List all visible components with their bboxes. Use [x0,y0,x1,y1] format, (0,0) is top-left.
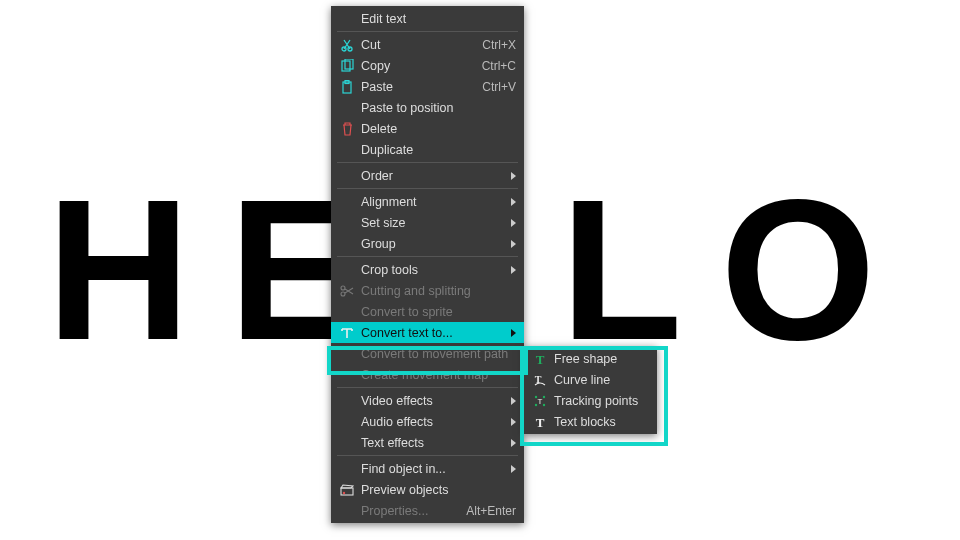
menu-text-effects[interactable]: Text effects [331,432,524,453]
menu-label: Convert to movement path [361,347,516,361]
menu-label: Crop tools [361,263,505,277]
menu-preview-objects[interactable]: Preview objects [331,479,524,500]
submenu-label: Text blocks [554,415,649,429]
svg-text:T: T [536,352,545,366]
menu-label: Text effects [361,436,505,450]
menu-label: Convert to sprite [361,305,516,319]
menu-label: Duplicate [361,143,516,157]
svg-point-7 [341,292,345,296]
menu-label: Group [361,237,505,251]
menu-label: Paste [361,80,474,94]
t-curve-icon: T [530,372,550,388]
menu-label: Video effects [361,394,505,408]
svg-point-15 [543,403,545,405]
menu-cutting-splitting: Cutting and splitting [331,280,524,301]
clapper-icon [337,482,357,498]
menu-convert-to-sprite: Convert to sprite [331,301,524,322]
menu-label: Cut [361,38,474,52]
trash-icon [337,121,357,137]
menu-label: Cutting and splitting [361,284,516,298]
menu-audio-effects[interactable]: Audio effects [331,411,524,432]
text-t-icon [337,325,357,341]
menu-convert-to-movement-path: Convert to movement path [331,343,524,364]
menu-label: Properties... [361,504,458,518]
menu-properties: Properties...Alt+Enter [331,500,524,521]
chevron-right-icon [511,266,516,274]
svg-rect-8 [341,488,353,495]
chevron-right-icon [511,439,516,447]
menu-set-size[interactable]: Set size [331,212,524,233]
menu-label: Create movement map [361,368,516,382]
menu-label: Set size [361,216,505,230]
submenu-free-shape[interactable]: T Free shape [524,348,657,369]
submenu-label: Tracking points [554,394,649,408]
menu-label: Copy [361,59,474,73]
svg-point-6 [341,286,345,290]
submenu-text-blocks[interactable]: T Text blocks [524,411,657,432]
chevron-right-icon [511,198,516,206]
submenu-curve-line[interactable]: T Curve line [524,369,657,390]
bold-t-icon: T [530,351,550,367]
menu-label: Delete [361,122,516,136]
menu-label: Order [361,169,505,183]
menu-label: Preview objects [361,483,516,497]
submenu-tracking-points[interactable]: T Tracking points [524,390,657,411]
menu-label: Paste to position [361,101,516,115]
menu-shortcut: Alt+Enter [466,504,516,518]
menu-paste-to-position[interactable]: Paste to position [331,97,524,118]
chevron-right-icon [511,418,516,426]
menu-find-object-in[interactable]: Find object in... [331,458,524,479]
submenu-label: Curve line [554,373,649,387]
menu-shortcut: Ctrl+C [482,59,516,73]
svg-point-9 [343,491,345,493]
menu-paste[interactable]: Paste Ctrl+V [331,76,524,97]
convert-text-submenu: T Free shape T Curve line T Tracking poi… [524,346,657,434]
submenu-label: Free shape [554,352,649,366]
menu-create-movement-map: Create movement map [331,364,524,385]
menu-label: Convert text to... [361,326,505,340]
menu-shortcut: Ctrl+X [482,38,516,52]
menu-delete[interactable]: Delete [331,118,524,139]
menu-separator [337,455,518,456]
menu-order[interactable]: Order [331,165,524,186]
chevron-right-icon [511,329,516,337]
menu-label: Alignment [361,195,505,209]
svg-point-13 [543,395,545,397]
menu-group[interactable]: Group [331,233,524,254]
menu-separator [337,188,518,189]
menu-separator [337,256,518,257]
menu-video-effects[interactable]: Video effects [331,390,524,411]
menu-separator [337,162,518,163]
menu-convert-text-to[interactable]: Convert text to... [331,322,524,343]
context-menu: Edit text Cut Ctrl+X Copy Ctrl+C Paste C… [331,6,524,523]
t-blocks-icon: T [530,414,550,430]
chevron-right-icon [511,172,516,180]
menu-cut[interactable]: Cut Ctrl+X [331,34,524,55]
chevron-right-icon [511,219,516,227]
menu-separator [337,31,518,32]
menu-copy[interactable]: Copy Ctrl+C [331,55,524,76]
paste-icon [337,79,357,95]
cut-icon [337,37,357,53]
chevron-right-icon [511,465,516,473]
menu-label: Find object in... [361,462,505,476]
menu-label: Edit text [361,12,516,26]
scissors-icon [337,283,357,299]
chevron-right-icon [511,397,516,405]
menu-shortcut: Ctrl+V [482,80,516,94]
menu-label: Audio effects [361,415,505,429]
copy-icon [337,58,357,74]
svg-text:T: T [536,415,545,429]
menu-crop-tools[interactable]: Crop tools [331,259,524,280]
svg-text:T: T [538,397,543,406]
menu-edit-text[interactable]: Edit text [331,8,524,29]
tracking-icon: T [530,393,550,409]
menu-separator [337,387,518,388]
menu-alignment[interactable]: Alignment [331,191,524,212]
menu-duplicate[interactable]: Duplicate [331,139,524,160]
chevron-right-icon [511,240,516,248]
